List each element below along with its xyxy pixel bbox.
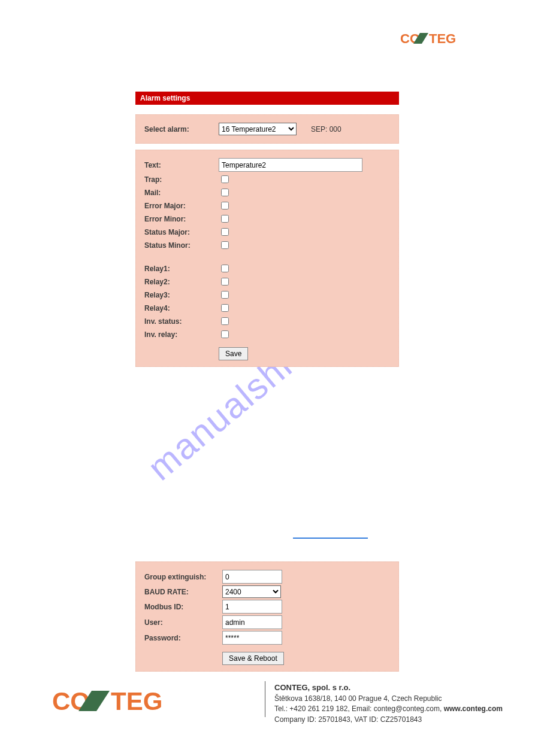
relay1-checkbox[interactable] <box>221 265 229 272</box>
inv-status-label: Inv. status: <box>144 317 219 326</box>
user-label: User: <box>144 618 222 627</box>
error-major-checkbox[interactable] <box>221 202 229 210</box>
relay2-checkbox[interactable] <box>221 278 229 286</box>
password-label: Password: <box>144 634 222 642</box>
error-major-label: Error Major: <box>144 202 219 210</box>
svg-text:TEG: TEG <box>111 687 162 715</box>
logo-bottom: CO TEG <box>52 687 196 716</box>
error-minor-label: Error Minor: <box>144 215 219 223</box>
save-button[interactable]: Save <box>219 347 248 360</box>
svg-text:TEG: TEG <box>429 31 456 45</box>
mail-checkbox[interactable] <box>221 189 229 196</box>
mail-label: Mail: <box>144 189 219 197</box>
group-extinguish-label: Group extinguish: <box>144 573 222 581</box>
save-reboot-button[interactable]: Save & Reboot <box>222 652 284 665</box>
select-alarm-dropdown[interactable]: 16 Temperature2 <box>219 123 297 135</box>
footer-ids: Company ID: 25701843, VAT ID: CZ25701843 <box>274 715 503 725</box>
modbus-id-label: Modbus ID: <box>144 603 222 611</box>
comm-settings-box: Group extinguish: BAUD RATE: 2400 Modbus… <box>135 561 399 672</box>
footer-divider <box>265 681 265 717</box>
password-input[interactable] <box>222 631 282 645</box>
relay3-checkbox[interactable] <box>221 291 229 299</box>
relay1-label: Relay1: <box>144 265 219 273</box>
footer-address: Štětkova 1638/18, 140 00 Prague 4, Czech… <box>274 694 503 704</box>
inv-relay-checkbox[interactable] <box>221 330 229 338</box>
modbus-id-input[interactable] <box>222 600 282 614</box>
user-input[interactable] <box>222 615 282 629</box>
trap-label: Trap: <box>144 175 219 184</box>
text-input[interactable] <box>219 158 362 172</box>
relay4-label: Relay4: <box>144 304 219 312</box>
footer-text: CONTEG, spol. s r.o. Štětkova 1638/18, 1… <box>274 682 503 725</box>
sep-label: SEP: 000 <box>311 125 341 133</box>
inv-relay-label: Inv. relay: <box>144 330 219 339</box>
baud-rate-label: BAUD RATE: <box>144 588 222 596</box>
group-extinguish-input[interactable] <box>222 570 282 584</box>
trap-checkbox[interactable] <box>221 175 229 183</box>
status-minor-label: Status Minor: <box>144 241 219 250</box>
inv-status-checkbox[interactable] <box>221 317 229 325</box>
status-minor-checkbox[interactable] <box>221 241 229 249</box>
select-alarm-box: Select alarm: 16 Temperature2 SEP: 000 <box>135 114 399 144</box>
relay2-label: Relay2: <box>144 278 219 286</box>
footer-website: www.conteg.com <box>444 705 503 713</box>
status-major-label: Status Major: <box>144 228 219 236</box>
footer-contacts: Tel.: +420 261 219 182, Email: conteg@co… <box>274 705 444 713</box>
select-alarm-label: Select alarm: <box>144 125 219 133</box>
blue-underline <box>293 538 368 539</box>
relay3-label: Relay3: <box>144 291 219 299</box>
relay4-checkbox[interactable] <box>221 304 229 312</box>
panel-title-alarm-settings: Alarm settings <box>135 92 399 105</box>
status-major-checkbox[interactable] <box>221 228 229 236</box>
logo-top: CO TEG <box>400 31 469 47</box>
alarm-options-box: Text: Trap: Mail: Error Major: Error Min… <box>135 150 399 367</box>
error-minor-checkbox[interactable] <box>221 215 229 223</box>
baud-rate-select[interactable]: 2400 <box>222 585 281 598</box>
footer-company: CONTEG, spol. s r.o. <box>274 682 503 694</box>
text-label: Text: <box>144 161 219 169</box>
